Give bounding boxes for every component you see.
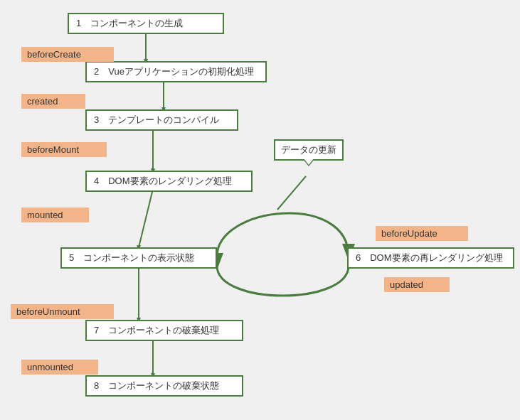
- speech-bubble-data-update: データの更新: [274, 139, 344, 161]
- svg-line-3: [139, 189, 153, 247]
- box-8: 8 コンポーネントの破棄状態: [85, 375, 243, 397]
- hook-updated: updated: [384, 277, 450, 292]
- box-2: 2 Vueアプリケーションの初期化処理: [85, 61, 267, 82]
- box-1: 1 コンポーネントの生成: [68, 13, 224, 34]
- hook-unmounted: unmounted: [21, 360, 98, 375]
- hook-mounted: mounted: [21, 208, 89, 222]
- svg-line-6: [277, 176, 306, 210]
- box-6: 6 DOM要素の再レンダリング処理: [347, 247, 514, 269]
- box-7: 7 コンポーネントの破棄処理: [85, 320, 243, 341]
- box-4: 4 DOM要素のレンダリング処理: [85, 171, 253, 192]
- hook-beforeUpdate: beforeUpdate: [376, 226, 468, 241]
- hook-beforeMount: beforeMount: [21, 142, 107, 157]
- box-5: 5 コンポーネントの表示状態: [60, 247, 217, 269]
- hook-beforeUnmount: beforeUnmount: [11, 304, 114, 319]
- diagram-container: 1 コンポーネントの生成 2 Vueアプリケーションの初期化処理 3 テンプレー…: [0, 0, 520, 420]
- hook-beforeCreate: beforeCreate: [21, 47, 114, 62]
- hook-created: created: [21, 94, 85, 109]
- box-3: 3 テンプレートのコンパイル: [85, 109, 238, 131]
